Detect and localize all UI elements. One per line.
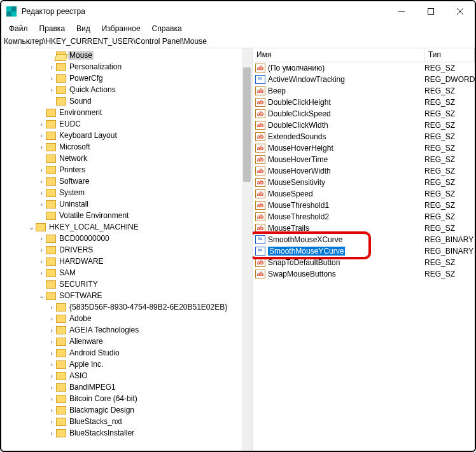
chevron-right-icon[interactable]: › (47, 338, 56, 345)
chevron-right-icon[interactable]: › (47, 326, 56, 334)
chevron-right-icon[interactable]: › (47, 383, 56, 391)
value-row[interactable]: abMouseHoverHeightREG_SZ (253, 142, 475, 154)
address-bar[interactable]: Компьютер\HKEY_CURRENT_USER\Control Pane… (1, 36, 475, 48)
values-list[interactable]: ab(По умолчанию)REG_SZ⁰¹ActiveWindowTrac… (253, 62, 475, 451)
column-name[interactable]: Имя (253, 48, 424, 62)
tree-item[interactable]: SECURITY (1, 278, 252, 290)
tree-item[interactable]: ›Software (1, 175, 252, 187)
menu-favorites[interactable]: Избранное (97, 23, 146, 34)
value-row[interactable]: abMouseHoverWidthREG_SZ (253, 165, 475, 177)
chevron-right-icon[interactable]: › (47, 63, 56, 71)
maximize-button[interactable] (416, 1, 445, 22)
tree-item[interactable]: ›System (1, 187, 252, 198)
tree-item[interactable]: ›DRIVERS (1, 244, 252, 256)
tree-item[interactable]: ›Alienware (1, 336, 252, 347)
value-row[interactable]: abMouseHoverTimeREG_SZ (253, 154, 475, 165)
chevron-right-icon[interactable]: › (37, 257, 46, 265)
tree-item[interactable]: Network (1, 153, 252, 164)
value-row[interactable]: abExtendedSoundsREG_SZ (253, 131, 475, 142)
chevron-right-icon[interactable]: › (37, 166, 46, 174)
tree-item[interactable]: ⌄SOFTWARE (1, 290, 252, 301)
tree-item[interactable]: Sound (1, 95, 252, 107)
chevron-down-icon[interactable]: ⌄ (37, 292, 46, 300)
chevron-right-icon[interactable]: › (37, 120, 46, 128)
tree-item[interactable]: ›Android Studio (1, 347, 252, 359)
tree-item[interactable]: ›EUDC (1, 118, 252, 130)
tree-item[interactable]: ›Bitcoin Core (64-bit) (1, 393, 252, 404)
tree-pane[interactable]: Mouse›Personalization›PowerCfg›Quick Act… (1, 48, 253, 451)
value-row[interactable]: abSwapMouseButtonsREG_SZ (253, 268, 475, 280)
value-row[interactable]: abMouseThreshold1REG_SZ (253, 200, 475, 211)
value-row[interactable]: abMouseThreshold2REG_SZ (253, 211, 475, 223)
tree-item[interactable]: ›AGEIA Technologies (1, 324, 252, 336)
tree-item[interactable]: ›BlueStacks_nxt (1, 416, 252, 427)
chevron-right-icon[interactable]: › (37, 246, 46, 254)
chevron-right-icon[interactable]: › (47, 429, 56, 437)
menu-file[interactable]: Файл (4, 23, 33, 34)
menu-edit[interactable]: Правка (34, 23, 71, 34)
value-row[interactable]: abDoubleClickSpeedREG_SZ (253, 108, 475, 120)
chevron-right-icon[interactable]: › (47, 74, 56, 82)
value-row[interactable]: abDoubleClickWidthREG_SZ (253, 120, 475, 131)
string-value-icon: ab (255, 212, 265, 221)
chevron-right-icon[interactable]: › (47, 86, 56, 93)
chevron-right-icon[interactable]: › (47, 303, 56, 311)
tree-item[interactable]: ›Quick Actions (1, 84, 252, 95)
tree-item[interactable]: Environment (1, 107, 252, 118)
titlebar[interactable]: Редактор реестра (1, 1, 475, 22)
chevron-right-icon[interactable]: › (37, 177, 46, 185)
tree-item[interactable]: ›HARDWARE (1, 256, 252, 267)
chevron-right-icon[interactable]: › (37, 189, 46, 196)
chevron-right-icon[interactable]: › (47, 315, 56, 322)
tree-item[interactable]: ›Blackmagic Design (1, 404, 252, 416)
chevron-right-icon[interactable]: › (47, 360, 56, 368)
column-type[interactable]: Тип (424, 48, 475, 62)
tree-item[interactable]: ›{5835D56F-8930-4754-89B2-6E20B51E02EB} (1, 301, 252, 313)
tree-item[interactable]: ›Adobe (1, 313, 252, 324)
tree-item[interactable]: ›PowerCfg (1, 72, 252, 84)
tree-item[interactable]: ›ASIO (1, 370, 252, 381)
chevron-right-icon[interactable]: › (47, 418, 56, 425)
tree-item[interactable]: ›Uninstall (1, 198, 252, 210)
value-row[interactable]: abMouseTrailsREG_SZ (253, 223, 475, 234)
minimize-button[interactable] (387, 1, 416, 22)
tree-item[interactable]: ›Printers (1, 164, 252, 175)
value-row[interactable]: ⁰¹ActiveWindowTrackingREG_DWORD (253, 74, 475, 85)
chevron-right-icon[interactable]: › (47, 395, 56, 402)
chevron-right-icon[interactable]: › (37, 143, 46, 151)
menu-view[interactable]: Вид (71, 23, 95, 34)
chevron-right-icon[interactable]: › (37, 132, 46, 139)
tree-item[interactable]: ›Apple Inc. (1, 359, 252, 370)
tree-label: SAM (58, 268, 77, 277)
value-row[interactable]: abMouseSensitivityREG_SZ (253, 177, 475, 188)
tree-item[interactable]: Volatile Environment (1, 210, 252, 221)
tree-item[interactable]: ›BandiMPEG1 (1, 381, 252, 393)
chevron-right-icon[interactable]: › (37, 235, 46, 242)
value-row[interactable]: ⁰¹SmoothMouseYCurveREG_BINARY (253, 245, 475, 257)
tree-item[interactable]: ›BlueStacksInstaller (1, 427, 252, 439)
chevron-right-icon[interactable]: › (37, 200, 46, 208)
scrollbar-thumb[interactable] (243, 67, 251, 182)
tree-item[interactable]: ›Keyboard Layout (1, 130, 252, 141)
chevron-right-icon[interactable]: › (47, 349, 56, 357)
value-row[interactable]: ab(По умолчанию)REG_SZ (253, 62, 475, 74)
tree-item[interactable]: ›SAM (1, 267, 252, 278)
tree-item[interactable]: Mouse (1, 50, 252, 61)
tree-item[interactable]: ›BCD00000000 (1, 233, 252, 244)
value-row[interactable]: abSnapToDefaultButtonREG_SZ (253, 257, 475, 268)
value-row[interactable]: ⁰¹SmoothMouseXCurveREG_BINARY (253, 234, 475, 245)
tree-item[interactable]: ›Personalization (1, 61, 252, 72)
chevron-right-icon[interactable]: › (37, 269, 46, 277)
tree-item[interactable]: ⌄HKEY_LOCAL_MACHINE (1, 221, 252, 233)
chevron-right-icon[interactable]: › (47, 406, 56, 414)
chevron-right-icon[interactable]: › (47, 372, 56, 380)
tree-item[interactable]: ›Microsoft (1, 141, 252, 153)
tree-scrollbar[interactable] (242, 48, 252, 451)
close-button[interactable] (445, 1, 475, 22)
chevron-down-icon[interactable]: ⌄ (27, 223, 36, 231)
value-type: REG_SZ (424, 212, 475, 221)
value-row[interactable]: abBeepREG_SZ (253, 85, 475, 97)
value-row[interactable]: abMouseSpeedREG_SZ (253, 188, 475, 200)
value-row[interactable]: abDoubleClickHeightREG_SZ (253, 97, 475, 108)
menu-help[interactable]: Справка (147, 23, 187, 34)
